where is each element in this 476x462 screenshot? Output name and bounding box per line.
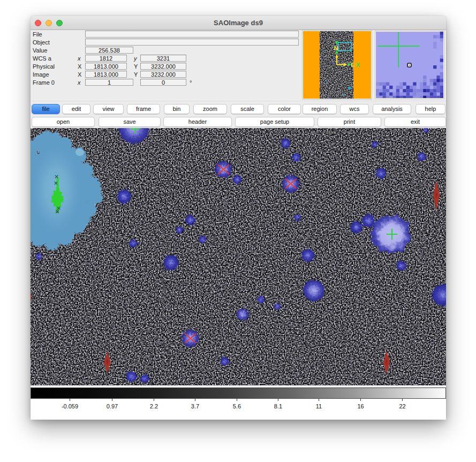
svg-text:E: E xyxy=(351,62,354,68)
svg-text:N: N xyxy=(334,45,338,51)
svg-text:X: X xyxy=(356,62,360,68)
